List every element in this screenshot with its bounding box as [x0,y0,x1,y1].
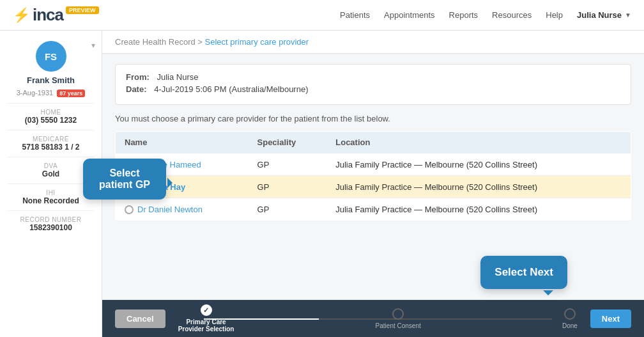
next-button[interactable]: Next [590,310,631,328]
logo-area: ⚡ inca PREVIEW [13,5,99,25]
user-name: Julia Nurse [577,10,622,20]
select-patient-gp-tooltip: Select patient GP [83,159,166,200]
select-next-tooltip: Select Next [480,256,567,289]
avatar: FS [36,41,66,72]
sidebar-ihi-section: IHI None Recorded [8,184,94,205]
age-badge: 87 years [57,90,85,97]
top-navigation: ⚡ inca PREVIEW Patients Appointments Rep… [0,0,644,31]
sidebar-collapse-icon[interactable]: ▾ [91,41,95,50]
logo-lightning-icon: ⚡ [13,7,30,24]
step-3: Done [562,308,578,329]
breadcrumb-active: Select primary care provider [205,37,309,47]
table-row[interactable]: Dr Katie HameedGPJulia Family Practice —… [116,153,631,176]
step-1: ✓ Primary CareProvider Selection [178,304,234,333]
main-layout: ▾ FS Frank Smith 3-Aug-1931 87 years Hom… [0,31,644,337]
radio-circle[interactable] [125,205,134,214]
nav-links: Patients Appointments Reports Resources … [340,10,631,20]
date-row: Date: 4-Jul-2019 5:06 PM (Australia/Melb… [126,84,620,94]
medicare-value: 5718 58183 1 / 2 [8,143,94,152]
info-box: From: Julia Nurse Date: 4-Jul-2019 5:06 … [115,64,631,105]
ihi-label: IHI [8,189,94,196]
nav-patients[interactable]: Patients [340,10,370,20]
provider-speciality-cell: GP [249,176,327,198]
step-2: Patient Consent [376,308,421,329]
content-area: Create Health Record > Select primary ca… [102,31,644,337]
logo-text: inca [33,5,63,25]
step-1-label: Primary CareProvider Selection [178,318,234,333]
breadcrumb-static: Create Health Record > [115,37,203,47]
sidebar-dva-section: DVA Gold [8,157,94,178]
patient-name: Frank Smith [27,75,75,85]
checkmark-icon: ✓ [203,306,209,315]
bottom-bar: Cancel ✓ Primary CareProvider Selection [102,300,644,337]
table-row[interactable]: Dr Daniel NewtonGPJulia Family Practice … [116,198,631,221]
nav-help[interactable]: Help [546,10,563,20]
sidebar: ▾ FS Frank Smith 3-Aug-1931 87 years Hom… [0,31,102,337]
col-location-header: Location [326,132,631,153]
record-label: Record Number [8,216,94,223]
col-speciality-header: Speciality [249,132,327,153]
provider-location-cell: Julia Family Practice — Melbourne (520 C… [326,176,631,198]
medicare-label: Medicare [8,136,94,143]
chevron-down-icon: ▼ [625,12,631,19]
instruction-text: You must choose a primary care provider … [115,114,631,123]
provider-location-cell: Julia Family Practice — Melbourne (520 C… [326,153,631,176]
cancel-button[interactable]: Cancel [115,310,165,328]
patient-header: FS Frank Smith 3-Aug-1931 87 years [8,41,94,97]
content-header: Create Health Record > Select primary ca… [102,31,644,54]
step-2-label: Patient Consent [376,322,421,329]
from-row: From: Julia Nurse [126,72,620,82]
nav-appointments[interactable]: Appointments [384,10,435,20]
nav-reports[interactable]: Reports [449,10,479,20]
from-label: From: [126,72,150,82]
nav-resources[interactable]: Resources [492,10,532,20]
sidebar-medicare-section: Medicare 5718 58183 1 / 2 [8,130,94,152]
table-header-row: Name Speciality Location [116,132,631,153]
from-value: Julia Nurse [157,72,198,82]
phone-label: Home [8,109,94,116]
provider-speciality-cell: GP [249,198,327,221]
step-3-label: Done [562,322,578,329]
provider-speciality-cell: GP [249,153,327,176]
dva-label: DVA [8,162,94,169]
ihi-value: None Recorded [8,196,94,205]
sidebar-record-section: Record Number 1582390100 [8,210,94,232]
provider-name-cell[interactable]: Dr Daniel Newton [116,198,249,221]
date-label: Date: [126,84,147,94]
date-value: 4-Jul-2019 5:06 PM (Australia/Melbourne) [154,84,308,94]
user-menu[interactable]: Julia Nurse ▼ [577,10,631,20]
patient-dob: 3-Aug-1931 87 years [17,89,86,97]
preview-badge: PREVIEW [66,6,99,14]
provider-table: Name Speciality Location Dr Katie Hameed… [115,131,631,221]
col-name-header: Name [116,132,249,153]
provider-name-text: Dr Daniel Newton [137,205,203,214]
record-value: 1582390100 [8,223,94,232]
sidebar-phone-section: Home (03) 5550 1232 [8,103,94,125]
progress-bar-area: ✓ Primary CareProvider Selection Patient… [165,304,590,333]
step-dots: ✓ Primary CareProvider Selection Patient… [178,304,578,333]
table-row[interactable]: Dr Julia HayGPJulia Family Practice — Me… [116,176,631,198]
step-3-dot [564,308,576,320]
provider-location-cell: Julia Family Practice — Melbourne (520 C… [326,198,631,221]
dva-value: Gold [8,169,94,178]
step-2-dot [392,308,404,320]
step-1-dot: ✓ [201,304,212,316]
phone-value: (03) 5550 1232 [8,116,94,125]
